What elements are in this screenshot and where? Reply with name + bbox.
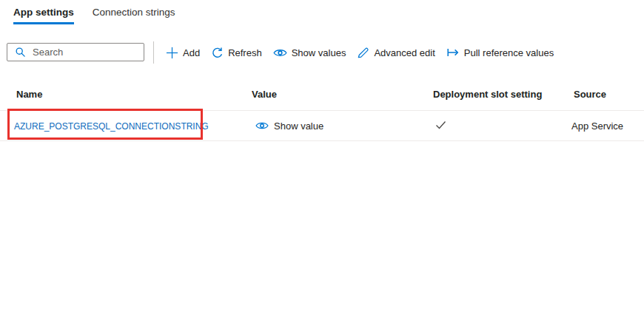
eye-icon xyxy=(255,121,269,130)
refresh-button-label: Refresh xyxy=(228,47,262,58)
column-header-value: Value xyxy=(252,89,429,100)
table-header-row: Name Value Deployment slot setting Sourc… xyxy=(0,78,644,111)
source-value: App Service xyxy=(571,120,623,132)
setting-name-link[interactable]: AZURE_POSTGRESQL_CONNECTIONSTRING xyxy=(14,121,209,132)
advanced-edit-button[interactable]: Advanced edit xyxy=(357,47,435,59)
tab-connection-strings[interactable]: Connection strings xyxy=(93,7,175,24)
pull-reference-values-button[interactable]: Pull reference values xyxy=(446,47,554,58)
plus-icon xyxy=(166,47,178,59)
maps-to-arrow-icon xyxy=(446,47,460,58)
tab-app-settings[interactable]: App settings xyxy=(13,7,74,24)
table-row: AZURE_POSTGRESQL_CONNECTIONSTRING Show v… xyxy=(0,111,644,141)
column-header-source: Source xyxy=(571,89,644,100)
add-button-label: Add xyxy=(183,47,200,58)
pencil-icon xyxy=(357,47,369,59)
column-header-deployment-slot-setting: Deployment slot setting xyxy=(429,89,571,100)
show-value-link[interactable]: Show value xyxy=(255,120,323,132)
advanced-edit-button-label: Advanced edit xyxy=(374,47,435,58)
command-toolbar: Add Refresh Show values Advanced edit xyxy=(166,41,554,64)
show-value-label: Show value xyxy=(274,120,323,132)
eye-icon xyxy=(273,48,287,58)
check-icon xyxy=(435,120,446,129)
tab-bar: App settings Connection strings xyxy=(13,7,175,24)
column-header-name: Name xyxy=(0,89,252,100)
search-box xyxy=(7,43,144,61)
pull-reference-values-button-label: Pull reference values xyxy=(464,47,554,58)
refresh-button[interactable]: Refresh xyxy=(211,47,262,59)
show-values-button-label: Show values xyxy=(292,47,346,58)
show-values-button[interactable]: Show values xyxy=(273,47,346,58)
refresh-icon xyxy=(211,47,224,59)
search-icon xyxy=(15,47,26,58)
add-button[interactable]: Add xyxy=(166,47,200,59)
toolbar-divider xyxy=(153,41,154,64)
app-settings-panel: App settings Connection strings Add Refr… xyxy=(0,0,644,309)
search-input[interactable] xyxy=(33,47,144,58)
